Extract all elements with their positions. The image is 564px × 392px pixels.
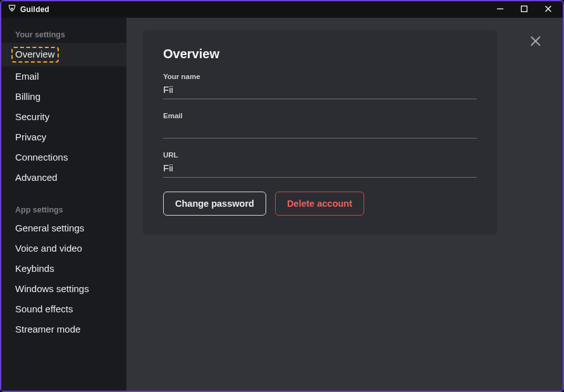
field-url: URL [163, 151, 477, 178]
svg-rect-1 [522, 6, 527, 12]
close-icon [530, 38, 541, 49]
sidebar-section-app-settings: App settings [1, 202, 126, 218]
field-label-url: URL [163, 151, 477, 159]
change-password-button[interactable]: Change password [163, 192, 266, 216]
sidebar-item-connections[interactable]: Connections [1, 147, 126, 168]
minimize-icon [496, 4, 504, 15]
sidebar-item-label: Windows settings [15, 283, 89, 294]
sidebar-item-advanced[interactable]: Advanced [1, 168, 126, 188]
sidebar-item-keybinds[interactable]: Keybinds [1, 259, 126, 279]
sidebar-item-label: Sound effects [15, 303, 73, 314]
sidebar-item-label: Streamer mode [15, 324, 80, 334]
close-window-button[interactable] [537, 3, 559, 16]
window-controls [489, 3, 559, 16]
sidebar-item-sound-effects[interactable]: Sound effects [1, 299, 126, 319]
sidebar-item-label: Privacy [15, 132, 46, 142]
sidebar-item-billing[interactable]: Billing [1, 87, 126, 107]
sidebar-item-general-settings[interactable]: General settings [1, 218, 126, 238]
sidebar-section-your-settings: Your settings [1, 27, 126, 43]
sidebar-item-privacy[interactable]: Privacy [1, 127, 126, 147]
field-email: Email [163, 112, 477, 138]
delete-account-button[interactable]: Delete account [275, 192, 364, 216]
name-input[interactable] [163, 83, 477, 99]
field-your-name: Your name [163, 73, 477, 99]
minimize-button[interactable] [489, 3, 511, 16]
sidebar-item-label: Billing [15, 91, 40, 102]
maximize-button[interactable] [513, 3, 535, 16]
sidebar-item-label: Keybinds [15, 263, 54, 274]
guilded-shield-icon [8, 4, 16, 15]
brand: Guilded [8, 4, 49, 15]
maximize-icon [520, 4, 528, 15]
panel-title: Overview [163, 47, 477, 61]
sidebar-item-streamer-mode[interactable]: Streamer mode [1, 319, 126, 340]
main-content: Overview Your name Email URL Change pass… [126, 18, 563, 391]
sidebar-item-label: Voice and video [15, 243, 82, 254]
close-panel-button[interactable] [530, 35, 541, 49]
sidebar-item-voice-and-video[interactable]: Voice and video [1, 238, 126, 259]
sidebar-item-label: General settings [15, 223, 84, 233]
app-body: Your settings Overview Email Billing Sec… [1, 18, 563, 391]
email-input[interactable] [163, 122, 477, 138]
sidebar-item-windows-settings[interactable]: Windows settings [1, 279, 126, 299]
sidebar-item-email[interactable]: Email [1, 66, 126, 87]
field-label-name: Your name [163, 73, 477, 80]
field-label-email: Email [163, 112, 477, 119]
sidebar-item-label: Advanced [15, 172, 58, 183]
url-input[interactable] [163, 161, 477, 178]
app-window: Guilded Your settings [0, 0, 564, 392]
sidebar-item-label: Security [15, 111, 49, 122]
sidebar-item-label: Email [15, 71, 39, 82]
sidebar-item-label: Overview [11, 47, 59, 63]
brand-text: Guilded [20, 5, 49, 14]
close-icon [544, 4, 552, 15]
sidebar: Your settings Overview Email Billing Sec… [1, 18, 126, 391]
sidebar-item-security[interactable]: Security [1, 107, 126, 127]
overview-panel: Overview Your name Email URL Change pass… [143, 30, 497, 235]
titlebar: Guilded [1, 1, 563, 18]
button-row: Change password Delete account [163, 192, 477, 216]
sidebar-item-overview[interactable]: Overview [1, 43, 126, 66]
sidebar-item-label: Connections [15, 152, 68, 162]
